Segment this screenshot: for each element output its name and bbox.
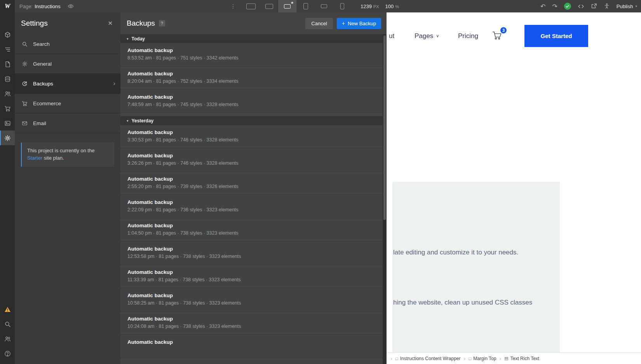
get-started-button[interactable]: Get Started <box>524 25 588 47</box>
mobile-landscape-icon <box>321 4 327 8</box>
scrollbar-thumb[interactable] <box>383 35 386 220</box>
backup-row[interactable]: Automatic backup1:04:50 pm · 81 pages · … <box>120 218 383 242</box>
breadcrumb-item[interactable]: □ Margin Top <box>469 356 496 361</box>
redo-icon[interactable]: ↷ <box>552 3 557 10</box>
settings-title: Settings <box>21 19 106 28</box>
instructions-content-block <box>392 182 560 352</box>
topbar-center: ⋮ ★ 1239 PX 100 % <box>228 0 399 12</box>
help-badge-icon[interactable]: ? <box>159 20 165 26</box>
canvas-width-unit: PX <box>373 4 379 9</box>
audit-accessibility-icon[interactable] <box>604 3 610 9</box>
components-button[interactable] <box>0 27 15 42</box>
settings-menu-general[interactable]: General <box>15 54 120 74</box>
close-icon[interactable]: ✕ <box>106 18 114 28</box>
breakpoint-tablet[interactable] <box>296 0 315 12</box>
collaborators-button[interactable] <box>0 331 15 346</box>
backup-row-details: 10:58:25 am · 81 pages · 738 styles · 33… <box>127 300 376 306</box>
backup-row[interactable]: Automatic backup7:48:59 am · 81 pages · … <box>120 90 383 113</box>
block-icon: □ <box>469 356 472 361</box>
publish-button[interactable]: Publish ▾ <box>617 3 637 9</box>
backup-row-details: 3:26:26 pm · 81 pages · 746 styles · 332… <box>127 160 376 166</box>
overflow-menu-icon[interactable]: ⋮ <box>228 3 238 9</box>
backup-row-details: 8:53:52 am · 81 pages · 751 styles · 334… <box>127 55 376 61</box>
backup-row[interactable]: Automatic backup2:55:20 pm · 81 pages · … <box>120 172 383 195</box>
backup-row[interactable]: Automatic backup11:33:39 am · 81 pages ·… <box>120 265 383 288</box>
breakpoint-xlarge[interactable] <box>242 0 260 12</box>
settings-menu-ecommerce[interactable]: Ecommerce <box>15 94 120 113</box>
breadcrumb-separator-icon: › <box>499 355 501 362</box>
users-button[interactable] <box>0 86 15 101</box>
backup-row[interactable]: Automatic backup8:20:04 am · 81 pages · … <box>120 66 383 90</box>
quick-find-button[interactable] <box>0 317 15 331</box>
scrollbar-track[interactable] <box>383 34 387 364</box>
ecommerce-button[interactable] <box>0 101 15 116</box>
backup-row[interactable]: Automatic backup3:26:26 pm · 81 pages · … <box>120 148 383 172</box>
breakpoint-mobile-portrait[interactable] <box>333 0 351 12</box>
nav-link-about-fragment[interactable]: ut <box>389 32 394 40</box>
breadcrumb-separator-icon: › <box>464 355 466 362</box>
cancel-button[interactable]: Cancel <box>305 18 333 29</box>
nav-cart-button[interactable]: 3 <box>491 30 503 42</box>
nav-link-pages[interactable]: Pages ∨ <box>415 32 439 40</box>
backup-row[interactable]: Automatic backup12:53:58 pm · 81 pages ·… <box>120 242 383 265</box>
backup-row[interactable]: Automatic backup2:22:09 pm · 81 pages · … <box>120 195 383 218</box>
cms-button[interactable] <box>0 71 15 86</box>
backup-row[interactable]: Automatic backup8:53:52 am · 81 pages · … <box>120 43 383 66</box>
breadcrumb-item[interactable]: □ Instructions Content Wrapper <box>395 356 461 361</box>
settings-button[interactable] <box>0 131 15 145</box>
help-button[interactable] <box>0 346 15 361</box>
backup-row-title: Automatic backup <box>127 293 376 298</box>
breakpoint-desktop-base[interactable]: ★ <box>278 0 296 12</box>
breakpoint-large[interactable] <box>260 0 278 12</box>
zoom-value[interactable]: 100 <box>385 3 394 9</box>
canvas-width-value[interactable]: 1239 <box>361 3 372 9</box>
settings-menu-backups[interactable]: Backups › <box>15 74 120 94</box>
cart-count-badge: 3 <box>500 26 507 34</box>
menu-item-label: General <box>33 61 52 67</box>
page-label: Page: <box>19 3 33 9</box>
backup-section-header[interactable]: ▾Today <box>120 34 383 43</box>
pages-button[interactable] <box>0 57 15 71</box>
plus-icon: + <box>342 21 345 26</box>
breakpoint-mobile-landscape[interactable] <box>315 0 333 12</box>
backup-row-title: Automatic backup <box>127 269 376 275</box>
page-name[interactable]: Instructions <box>35 3 60 9</box>
backup-row[interactable]: Automatic backup10:24:08 am · 81 pages ·… <box>120 312 383 335</box>
new-backup-label: New Backup <box>348 21 376 26</box>
webflow-logo[interactable]: W <box>0 0 15 12</box>
cart-icon <box>21 101 28 106</box>
backup-row-details: 2:22:09 pm · 81 pages · 736 styles · 332… <box>127 207 376 212</box>
breakpoint-group: ★ <box>242 0 351 12</box>
backup-row[interactable]: Automatic backup10:58:25 am · 81 pages ·… <box>120 288 383 312</box>
backup-row[interactable]: Automatic backup <box>120 335 383 358</box>
left-toolbar <box>0 12 15 364</box>
navigator-button[interactable] <box>0 42 15 57</box>
breadcrumb-item[interactable]: ▤ Text Rich Text <box>504 356 539 361</box>
backup-row[interactable]: Automatic backup3:30:53 pm · 81 pages · … <box>120 125 383 148</box>
saved-check-icon[interactable] <box>564 3 571 10</box>
settings-menu-search[interactable]: Search <box>15 34 120 54</box>
backup-row-title: Automatic backup <box>127 223 376 228</box>
backup-row-details: 10:24:08 am · 81 pages · 738 styles · 33… <box>127 324 376 329</box>
code-export-icon[interactable] <box>578 3 584 10</box>
preview-eye-icon[interactable] <box>68 3 74 9</box>
new-backup-button[interactable]: + New Backup <box>337 18 381 29</box>
topbar-right: ↶ ↷ Publish ▾ <box>540 0 637 12</box>
nav-caret-icon: ∨ <box>436 33 439 38</box>
breadcrumb-item-label: Text Rich Text <box>510 356 539 361</box>
nav-link-pricing[interactable]: Pricing <box>458 32 478 40</box>
plan-link[interactable]: Starter <box>27 155 42 161</box>
monitor-large-icon <box>265 4 273 9</box>
menu-item-label: Search <box>33 41 50 47</box>
share-icon[interactable] <box>591 3 597 9</box>
gear-icon <box>21 61 28 67</box>
status-warning-icon[interactable] <box>0 302 15 317</box>
backup-section-header[interactable]: ▾Yesterday <box>120 116 383 125</box>
assets-button[interactable] <box>0 116 15 131</box>
backup-row-title: Automatic backup <box>127 199 376 205</box>
content-text-line: late editing and customize it to your ne… <box>393 249 518 256</box>
add-elements-button[interactable] <box>0 12 15 27</box>
settings-menu-email[interactable]: Email <box>15 113 120 133</box>
backup-row-title: Automatic backup <box>127 47 376 53</box>
undo-icon[interactable]: ↶ <box>540 3 545 10</box>
